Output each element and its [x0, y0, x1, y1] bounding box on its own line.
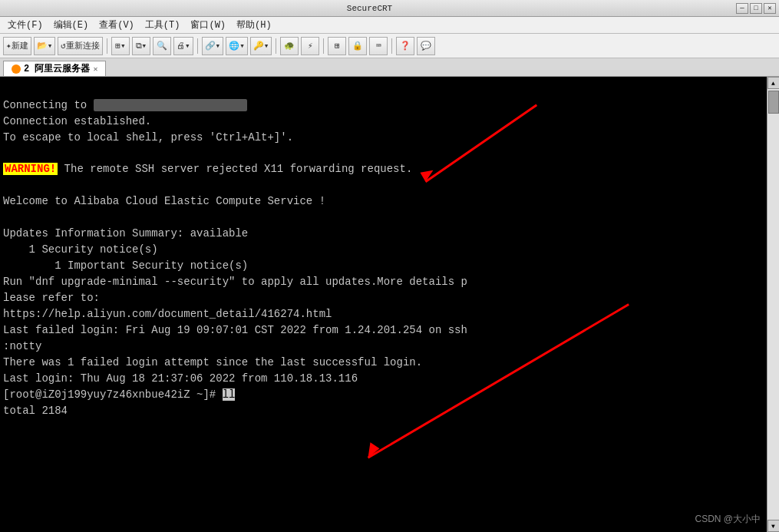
connect-icon: 🔗 — [205, 41, 216, 51]
menu-bar: 文件(F) 编辑(E) 查看(V) 工具(T) 窗口(W) 帮助(H) — [0, 17, 779, 34]
svg-marker-3 — [368, 442, 380, 458]
lightning-button[interactable]: ⚡ — [301, 37, 319, 55]
lightning-icon: ⚡ — [308, 41, 313, 51]
terminal-container: Connecting to Connection established. To… — [0, 77, 779, 532]
tab-bar: 2 阿里云服务器 ✕ — [0, 58, 779, 77]
term-line-lastfailed: Last failed login: Fri Aug 19 09:07:01 C… — [3, 322, 764, 339]
dropdown-arrow-7: ▾ — [264, 41, 269, 51]
scrollbar-track — [767, 89, 779, 520]
menu-help[interactable]: 帮助(H) — [232, 17, 276, 33]
session-icon: ⊞ — [115, 41, 120, 51]
help-icon: ❓ — [400, 41, 411, 51]
print-icon: 🖨 — [177, 41, 185, 51]
maximize-button[interactable]: □ — [750, 3, 762, 14]
lock-icon: 🔒 — [352, 41, 363, 51]
print-button[interactable]: 🖨 ▾ — [173, 37, 193, 55]
terminal-main[interactable]: Connecting to Connection established. To… — [0, 77, 767, 532]
dropdown-arrow: ▾ — [48, 41, 53, 51]
term-line-prompt: [root@iZ0j199yuy7z46xnbue42iZ ~]# ll — [3, 387, 764, 403]
term-line-updates: Updates Information Summary: available — [3, 226, 764, 242]
separator-3 — [276, 38, 276, 54]
scrollbar-thumb[interactable] — [768, 91, 779, 114]
dropdown-arrow-5: ▾ — [216, 41, 221, 51]
title-bar-buttons: ─ □ ✕ — [736, 3, 776, 14]
close-button[interactable]: ✕ — [764, 3, 776, 14]
title-bar: SecureCRT ─ □ ✕ — [0, 0, 779, 17]
menu-edit[interactable]: 编辑(E) — [49, 17, 94, 33]
term-line-lease: lease refer to: — [3, 290, 764, 306]
menu-tools[interactable]: 工具(T) — [140, 17, 185, 33]
turtle-button[interactable]: 🐢 — [280, 37, 299, 55]
term-line-lastlogin: Last login: Thu Aug 18 21:37:06 2022 fro… — [3, 371, 764, 387]
chat-button[interactable]: 💬 — [417, 37, 435, 55]
buttonbar-icon: ⊞ — [335, 41, 340, 51]
term-line-attempts: There was 1 failed login attempt since t… — [3, 355, 764, 371]
dropdown-arrow-3: ▾ — [142, 41, 147, 51]
open-button[interactable]: 📂 ▾ — [34, 37, 56, 55]
minimize-button[interactable]: ─ — [736, 3, 748, 14]
tab-close-button[interactable]: ✕ — [93, 64, 97, 74]
turtle-icon: 🐢 — [284, 41, 295, 51]
menu-file[interactable]: 文件(F) — [3, 17, 48, 33]
term-line-blank1 — [3, 81, 764, 97]
tab-icon — [12, 64, 21, 74]
dropdown-arrow-6: ▾ — [239, 41, 245, 51]
clone-button[interactable]: ⧉ ▾ — [132, 37, 150, 55]
help-button[interactable]: ❓ — [396, 37, 414, 55]
term-line-welcome: Welcome to Alibaba Cloud Elastic Compute… — [3, 193, 764, 210]
term-line-total: total 2184 — [3, 403, 764, 419]
find-icon: 🔍 — [157, 41, 167, 51]
term-line-blank3 — [3, 177, 764, 193]
separator-5 — [391, 38, 392, 54]
term-line-security2: 1 Important Security notice(s) — [3, 258, 764, 274]
buttonbar-button[interactable]: ⊞ — [328, 37, 346, 55]
tab-label: 2 阿里云服务器 — [24, 62, 90, 75]
tab-aliyun[interactable]: 2 阿里云服务器 ✕ — [3, 61, 106, 76]
new-icon: ✦ — [6, 41, 12, 51]
globe-icon: 🌐 — [229, 41, 239, 51]
connect-button[interactable]: 🔗 ▾ — [202, 37, 224, 55]
session-options-button[interactable]: ⊞ ▾ — [111, 37, 130, 55]
toolbar: ✦ 新建 📂 ▾ ↺ 重新连接 ⊞ ▾ ⧉ ▾ 🔍 🖨 ▾ 🔗 ▾ 🌐 ▾ 🔑 … — [0, 34, 779, 58]
separator-4 — [323, 38, 324, 54]
term-line-notty: :notty — [3, 339, 764, 355]
term-line-established: Connection established. — [3, 114, 764, 130]
separator-1 — [107, 38, 107, 54]
chat-icon: 💬 — [421, 41, 431, 51]
new-label: 新建 — [12, 40, 28, 51]
key-icon: 🔑 — [253, 41, 264, 51]
reconnect-button[interactable]: ↺ 重新连接 — [58, 37, 103, 55]
key-button[interactable]: 🔑 ▾ — [250, 37, 272, 55]
dropdown-arrow-4: ▾ — [185, 41, 190, 51]
menu-window[interactable]: 窗口(W) — [186, 17, 230, 33]
term-line-dnf: Run "dnf upgrade-minimal --security" to … — [3, 274, 764, 290]
warning-badge: WARNING! — [3, 163, 58, 175]
keyboard-icon: ⌨ — [376, 41, 381, 51]
scroll-down-button[interactable]: ▼ — [767, 520, 780, 532]
open-icon: 📂 — [37, 41, 48, 51]
new-button[interactable]: ✦ 新建 — [3, 37, 31, 55]
term-line-escape: To escape to local shell, press 'Ctrl+Al… — [3, 130, 764, 146]
term-line-security1: 1 Security notice(s) — [3, 242, 764, 258]
menu-view[interactable]: 查看(V) — [94, 17, 139, 33]
cursor: ll — [223, 388, 236, 401]
separator-2 — [197, 38, 198, 54]
lock-button[interactable]: 🔒 — [348, 37, 367, 55]
title-bar-text: SecureCRT — [3, 4, 736, 13]
term-line-blank2 — [3, 146, 764, 162]
keyboard-button[interactable]: ⌨ — [369, 37, 388, 55]
csdn-watermark: CSDN @大小中 — [695, 513, 761, 526]
scroll-up-button[interactable]: ▲ — [767, 77, 780, 89]
clone-icon: ⧉ — [136, 41, 142, 51]
terminal-scrollbar: ▲ ▼ — [767, 77, 779, 532]
find-button[interactable]: 🔍 — [153, 37, 171, 55]
term-line-blank4 — [3, 210, 764, 226]
term-line-url: https://help.aliyun.com/document_detail/… — [3, 306, 764, 322]
globe-button[interactable]: 🌐 ▾ — [226, 37, 248, 55]
redacted-ip — [94, 99, 247, 111]
term-line-warning: WARNING! The remote SSH server rejected … — [3, 162, 764, 177]
reconnect-icon: ↺ — [61, 41, 66, 51]
term-line-connecting: Connecting to — [3, 97, 764, 114]
reconnect-label: 重新连接 — [66, 40, 100, 51]
dropdown-arrow-2: ▾ — [120, 41, 126, 51]
